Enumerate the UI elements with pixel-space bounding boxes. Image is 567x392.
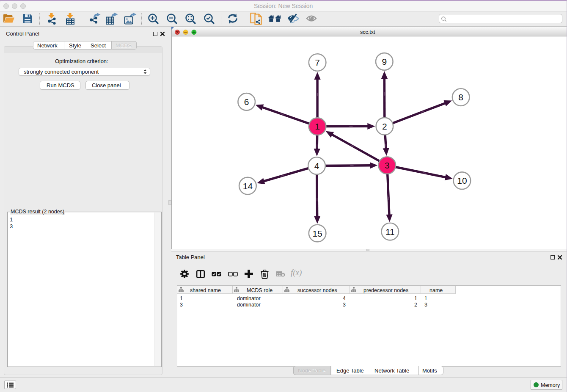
svg-text:9: 9 [382, 57, 387, 66]
svg-text:14: 14 [243, 181, 253, 191]
svg-text:8: 8 [458, 92, 463, 102]
svg-text:1: 1 [315, 121, 320, 131]
svg-text:7: 7 [315, 58, 320, 67]
svg-text:10: 10 [457, 176, 467, 185]
svg-text:11: 11 [385, 227, 395, 237]
svg-text:4: 4 [314, 161, 319, 171]
svg-text:3: 3 [385, 160, 390, 170]
svg-text:2: 2 [382, 121, 387, 131]
svg-text:15: 15 [312, 229, 322, 238]
svg-text:6: 6 [244, 97, 249, 107]
